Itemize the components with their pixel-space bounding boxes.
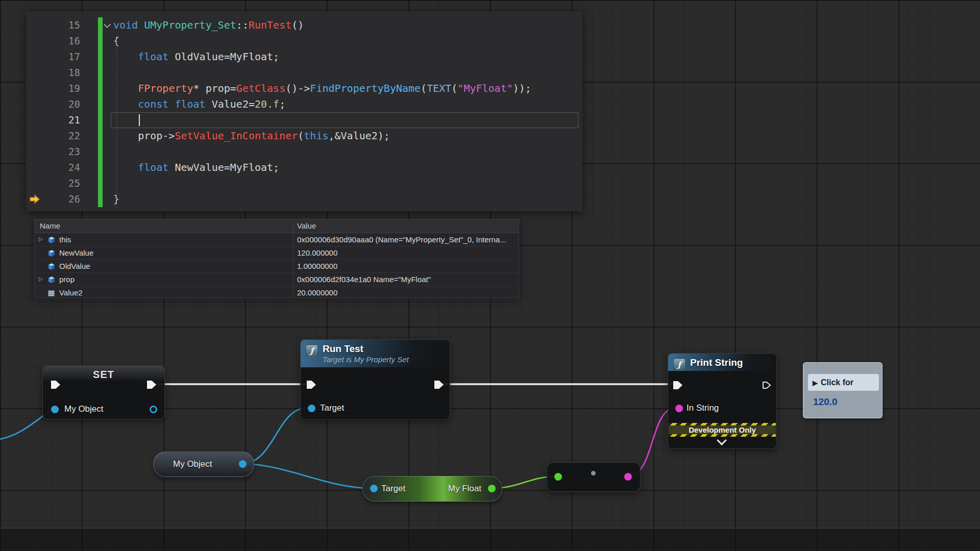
line-number[interactable]: 24 [26,160,87,176]
exec-out-pin[interactable] [762,381,771,389]
target-input-pin[interactable] [370,485,378,492]
watch-row-oldvalue[interactable]: OldValue1.00000000 [35,260,519,273]
modified-line-bar [98,81,103,96]
value-column-header[interactable]: Value [297,221,316,230]
expand-arrow-icon[interactable]: ▷ [39,276,43,282]
modified-line-bar [98,128,103,144]
modified-line-bar [98,191,103,207]
variable-type-icon [48,236,55,245]
target-pin-label: Target [320,403,344,413]
string-output-pin[interactable] [624,473,632,481]
unreal-blueprint-debug-screen: SET My Object ƒ Run Test Target is My Pr… [0,0,980,551]
variable-name[interactable]: OldValue [59,262,90,270]
code-line-16: 16{ [26,33,582,49]
watch-row-value2[interactable]: Value220.0000000 [35,286,519,299]
fold-chevron-icon[interactable] [104,21,111,28]
execution-pointer-icon[interactable] [29,193,41,209]
code-line-26: 26} [26,191,582,207]
print-string-title: Print String [690,357,743,368]
line-number[interactable]: 21 [26,112,87,128]
code-line-19: 19 FProperty* prop=GetClass()->FindPrope… [26,81,582,96]
modified-line-bar [98,112,103,128]
get-my-float-node[interactable]: Target My Float [362,476,502,502]
line-number[interactable]: 18 [26,65,87,81]
name-column-header[interactable]: Name [40,221,60,230]
exec-in-pin[interactable] [51,381,60,389]
modified-line-bar [98,144,103,160]
float-to-string-conversion-node[interactable] [547,462,641,492]
exec-out-pin[interactable] [147,381,156,389]
function-icon: ƒ [306,344,318,357]
in-string-input-pin[interactable] [675,405,683,412]
code-text: float NewValue=MyFloat; [113,160,279,176]
code-line-23: 23 [26,144,582,160]
my-float-label: My Float [448,484,481,494]
watch-row-newvalue[interactable]: NewValue120.000000 [35,246,519,260]
print-string-node[interactable]: ƒ Print String In String Development Onl… [668,353,777,449]
line-number[interactable]: 23 [26,144,87,160]
variable-value[interactable]: 0x000006d30d90aaa0 (Name="MyProperty_Set… [297,235,506,244]
variable-value[interactable]: 20.0000000 [297,288,337,297]
variable-value[interactable]: 1.00000000 [297,262,337,270]
variable-name[interactable]: Value2 [59,288,83,297]
set-node-title: SET [43,369,164,381]
line-number[interactable]: 16 [26,33,87,49]
indent-guide [116,39,117,208]
my-object-output-pin[interactable] [239,460,247,468]
exec-in-pin[interactable] [307,381,316,389]
code-line-25: 25 [26,176,582,191]
variable-name[interactable]: NewValue [59,248,93,257]
line-number[interactable]: 15 [26,17,87,33]
click-for-button[interactable]: ▶Click for [808,374,879,391]
code-line-17: 17 float OldValue=MyFloat; [26,49,582,65]
column-divider[interactable] [293,219,293,297]
modified-line-bar [98,49,103,65]
code-lines: 15void UMyProperty_Set::RunTest()16{17 f… [26,17,582,207]
function-icon: ƒ [673,358,685,370]
run-test-node[interactable]: ƒ Run Test Target is My Property Set Tar… [300,339,450,420]
debug-value-bubble[interactable]: ▶Click for 120.0 [803,362,883,418]
variable-name[interactable]: this [59,235,71,244]
code-line-20: 20 const float Value2=20.f; [26,96,582,112]
line-number[interactable]: 22 [26,128,87,144]
code-text [113,112,138,128]
conversion-dot-icon [591,471,596,475]
my-object-pin-label: My Object [64,404,104,414]
watch-window[interactable]: Name Value ▷this0x000006d30d90aaa0 (Name… [34,219,519,298]
variable-type-icon [48,276,55,285]
variable-value[interactable]: 0x000006d2f034e1a0 Name="MyFloat" [297,275,431,284]
chevron-down-icon[interactable] [717,435,727,445]
line-number[interactable]: 20 [26,96,87,112]
line-number[interactable]: 25 [26,176,87,191]
my-object-node[interactable]: My Object [153,452,254,477]
code-editor[interactable]: 15void UMyProperty_Set::RunTest()16{17 f… [26,11,582,211]
target-input-pin[interactable] [308,405,315,412]
watch-rows: ▷this0x000006d30d90aaa0 (Name="MyPropert… [35,233,519,299]
variable-name[interactable]: prop [59,275,75,284]
my-object-input-pin[interactable] [51,406,59,413]
code-text: FProperty* prop=GetClass()->FindProperty… [113,81,531,96]
watch-row-prop[interactable]: ▷prop0x000006d2f034e1a0 Name="MyFloat" [35,273,519,286]
exec-out-pin[interactable] [434,381,444,389]
modified-line-bar [98,96,103,112]
line-number[interactable]: 17 [26,49,87,65]
code-text: void UMyProperty_Set::RunTest() [113,17,304,33]
my-object-label: My Object [173,459,212,469]
exec-in-pin[interactable] [673,381,682,389]
code-line-18: 18 [26,65,582,81]
line-number[interactable]: 19 [26,81,87,96]
run-test-subtitle: Target is My Property Set [323,355,409,364]
code-text: const float Value2=20.f; [113,96,285,112]
watch-row-this[interactable]: ▷this0x000006d30d90aaa0 (Name="MyPropert… [35,233,519,246]
my-float-output-pin[interactable] [488,485,496,492]
float-input-pin[interactable] [554,473,562,481]
object-wire-myobject-to-myfloat-target[interactable] [241,464,371,488]
set-node[interactable]: SET My Object [42,365,165,419]
modified-line-bar [98,160,103,176]
modified-line-bar [98,33,103,49]
my-object-output-pin[interactable] [150,406,157,413]
code-line-21: 21 [26,112,582,128]
expand-arrow-icon[interactable]: ▷ [39,236,43,242]
code-line-24: 24 float NewValue=MyFloat; [26,160,582,176]
variable-value[interactable]: 120.000000 [297,248,337,257]
